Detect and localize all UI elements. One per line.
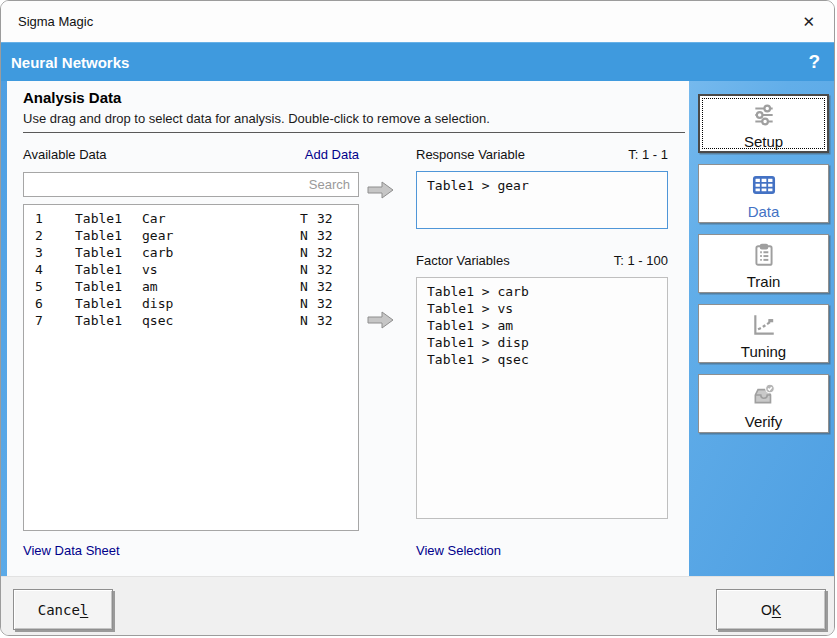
table-row[interactable]: 5Table1amN32 [24,278,358,295]
cell-table: Table1 [75,227,142,244]
table-row[interactable]: 6Table1dispN32 [24,295,358,312]
cell-size: 32 [317,227,358,244]
cell-size: 32 [317,210,358,227]
list-item[interactable]: Table1 > qsec [427,351,667,368]
dialog-header: Neural Networks ? [1,42,834,81]
nav-sidebar: SetupDataTrainTuningVerify [689,81,835,576]
help-icon[interactable]: ? [808,51,820,73]
cell-table: Table1 [75,261,142,278]
cell-type: N [300,261,317,278]
list-item[interactable]: Table1 > am [427,317,667,334]
cell-idx: 7 [24,312,75,329]
list-item[interactable]: Table1 > carb [427,283,667,300]
section-title: Analysis Data [23,89,121,106]
cell-type: N [300,278,317,295]
response-variable-label: Response Variable [416,147,525,162]
cell-size: 32 [317,261,358,278]
sidebar-item-verify[interactable]: Verify [698,374,829,433]
close-icon[interactable]: ✕ [802,14,815,29]
cell-idx: 5 [24,278,75,295]
cell-idx: 1 [24,210,75,227]
cell-table: Table1 [75,244,142,261]
sidebar-item-train[interactable]: Train [698,234,829,293]
table-row[interactable]: 2Table1gearN32 [24,227,358,244]
sidebar-item-label: Verify [699,413,828,430]
cell-size: 32 [317,295,358,312]
cell-name: am [142,278,300,295]
cell-name: qsec [142,312,300,329]
cell-name: vs [142,261,300,278]
cell-size: 32 [317,278,358,295]
assign-response-arrow-icon [366,179,396,201]
sliders-icon [700,102,827,132]
cell-name: disp [142,295,300,312]
table-row[interactable]: 1Table1CarT32 [24,210,358,227]
cell-size: 32 [317,312,358,329]
window-title: Sigma Magic [18,14,93,29]
sidebar-item-data[interactable]: Data [698,164,829,223]
assign-factors-arrow-icon [366,309,396,331]
titlebar: Sigma Magic ✕ [1,1,834,42]
cell-idx: 2 [24,227,75,244]
response-variable-header: Response Variable T: 1 - 1 [416,147,668,162]
cell-name: gear [142,227,300,244]
available-data-header: Available Data Add Data [23,147,359,162]
cell-name: carb [142,244,300,261]
cell-type: T [300,210,317,227]
sidebar-item-label: Setup [700,133,827,150]
list-item[interactable]: Table1 > vs [427,300,667,317]
list-item[interactable]: Table1 > gear [427,177,667,194]
factor-range-badge: T: 1 - 100 [614,253,668,268]
response-range-badge: T: 1 - 1 [628,147,668,162]
verify-tray-icon [699,382,828,412]
table-row[interactable]: 4Table1vsN32 [24,261,358,278]
add-data-link[interactable]: Add Data [305,147,359,162]
factor-variables-header: Factor Variables T: 1 - 100 [416,253,668,268]
cell-table: Table1 [75,210,142,227]
cell-name: Car [142,210,300,227]
clipboard-icon [699,242,828,272]
cell-size: 32 [317,244,358,261]
sidebar-item-tuning[interactable]: Tuning [698,304,829,363]
list-item[interactable]: Table1 > disp [427,334,667,351]
cell-type: N [300,227,317,244]
cell-table: Table1 [75,278,142,295]
analysis-data-panel: Analysis Data Use drag and drop to selec… [7,81,689,576]
footer-bar: Cancel OK [1,576,834,636]
cell-table: Table1 [75,295,142,312]
table-row[interactable]: 7Table1qsecN32 [24,312,358,329]
divider [23,132,685,133]
table-icon [699,172,828,202]
sidebar-item-label: Data [699,203,828,220]
factor-variables-label: Factor Variables [416,253,510,268]
view-selection-link[interactable]: View Selection [416,543,501,558]
search-input[interactable] [23,172,359,197]
available-data-label: Available Data [23,147,107,162]
available-data-list[interactable]: 1Table1CarT322Table1gearN323Table1carbN3… [23,204,359,531]
tuning-chart-icon [699,312,828,342]
factor-variables-box[interactable]: Table1 > carbTable1 > vsTable1 > amTable… [416,277,668,519]
dialog-body: Analysis Data Use drag and drop to selec… [1,81,834,576]
cell-type: N [300,244,317,261]
dialog-window: Sigma Magic ✕ Neural Networks ? Analysis… [0,0,835,636]
sidebar-item-label: Tuning [699,343,828,360]
section-subtitle: Use drag and drop to select data for ana… [23,111,490,126]
cell-table: Table1 [75,312,142,329]
view-data-sheet-link[interactable]: View Data Sheet [23,543,120,558]
cell-idx: 3 [24,244,75,261]
cell-type: N [300,295,317,312]
response-variable-box[interactable]: Table1 > gear [416,171,668,229]
table-row[interactable]: 3Table1carbN32 [24,244,358,261]
cell-idx: 4 [24,261,75,278]
cancel-button[interactable]: Cancel [13,589,113,630]
cell-idx: 6 [24,295,75,312]
dialog-title: Neural Networks [11,54,129,71]
ok-button[interactable]: OK [716,589,826,630]
cell-type: N [300,312,317,329]
sidebar-item-label: Train [699,273,828,290]
sidebar-item-setup[interactable]: Setup [698,94,829,153]
